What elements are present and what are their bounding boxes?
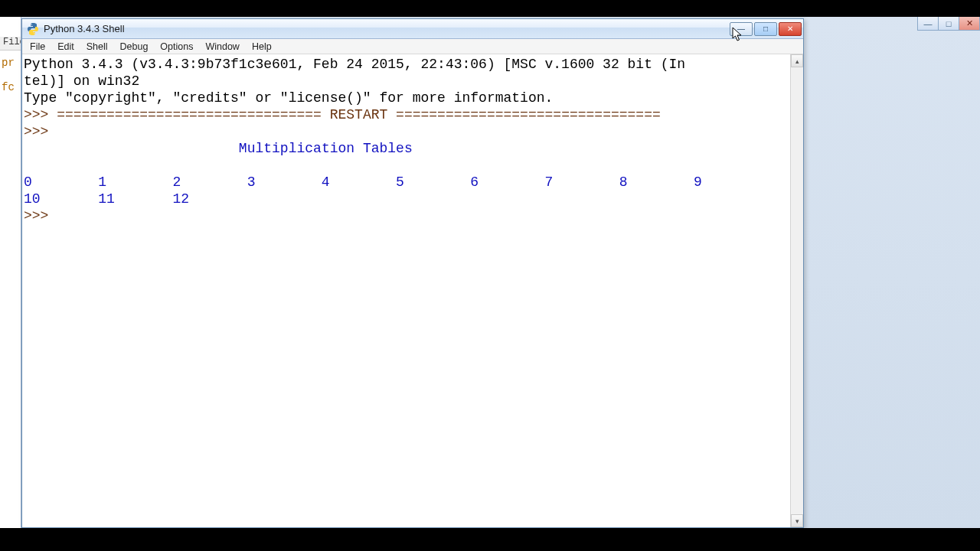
python-icon (27, 23, 39, 35)
menu-window[interactable]: Window (199, 40, 245, 54)
banner-line: Python 3.4.3 (v3.4.3:9b73f1c3e601, Feb 2… (24, 57, 685, 72)
menu-shell[interactable]: Shell (80, 40, 114, 54)
vertical-scrollbar[interactable]: ▴ ▾ (790, 54, 803, 527)
outer-window-controls: — □ ✕ (918, 17, 980, 31)
output-numbers-row: 10 11 12 (24, 191, 247, 207)
banner-line: Type "copyright", "credits" or "license(… (24, 90, 553, 106)
menu-options[interactable]: Options (154, 40, 199, 54)
close-button[interactable]: ✕ (779, 22, 802, 36)
background-menu-file[interactable]: File (0, 37, 21, 51)
maximize-button[interactable]: □ (754, 22, 777, 36)
outer-maximize-button[interactable]: □ (938, 17, 959, 31)
letterbox-top (0, 0, 980, 17)
background-code-token: pr (2, 57, 15, 69)
idle-shell-window: Python 3.4.3 Shell — □ ✕ File Edit Shell… (21, 18, 804, 528)
menu-edit[interactable]: Edit (51, 40, 80, 54)
menubar: File Edit Shell Debug Options Window Hel… (22, 39, 803, 54)
outer-close-button[interactable]: ✕ (959, 17, 980, 31)
menu-file[interactable]: File (24, 40, 51, 54)
output-heading: Multiplication Tables (239, 141, 413, 156)
scroll-up-arrow[interactable]: ▴ (791, 54, 803, 67)
window-controls: — □ ✕ (728, 22, 802, 36)
background-editor-window: File pr fc (0, 17, 21, 528)
shell-area: Python 3.4.3 (v3.4.3:9b73f1c3e601, Feb 2… (22, 54, 803, 527)
titlebar[interactable]: Python 3.4.3 Shell — □ ✕ (22, 19, 803, 39)
minimize-button[interactable]: — (730, 22, 753, 36)
prompt: >>> (24, 107, 57, 122)
prompt: >>> (24, 208, 57, 223)
shell-text-area[interactable]: Python 3.4.3 (v3.4.3:9b73f1c3e601, Feb 2… (22, 54, 790, 527)
output-numbers-row: 0 1 2 3 4 5 6 7 8 9 (24, 174, 768, 190)
scroll-down-arrow[interactable]: ▾ (791, 514, 803, 527)
outer-minimize-button[interactable]: — (917, 17, 939, 31)
output-heading-indent (24, 141, 239, 156)
menu-debug[interactable]: Debug (114, 40, 155, 54)
desktop-area: — □ ✕ File pr fc Python 3.4.3 Shell — □ … (0, 17, 980, 528)
menu-help[interactable]: Help (246, 40, 278, 54)
restart-line: ================================ RESTART… (57, 107, 661, 122)
prompt: >>> (24, 124, 57, 139)
letterbox-bottom (0, 528, 980, 551)
banner-line: tel)] on win32 (24, 73, 139, 89)
window-title: Python 3.4.3 Shell (44, 23, 125, 34)
background-code-token: fc (2, 81, 15, 93)
